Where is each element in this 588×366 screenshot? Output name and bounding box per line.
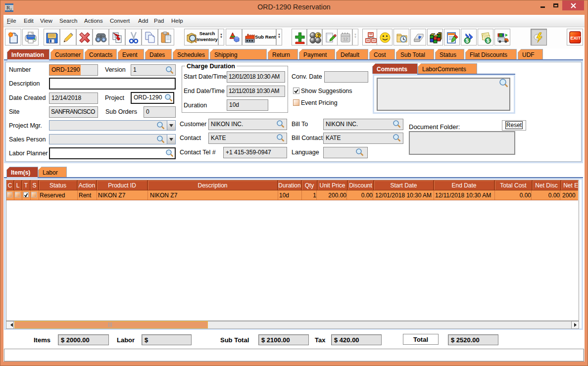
svg-text:$: $ [466, 38, 469, 44]
svg-text:?: ? [317, 33, 320, 39]
svg-text:12: 12 [343, 37, 348, 42]
svg-text:EXIT: EXIT [570, 35, 581, 41]
svg-text:$: $ [487, 38, 490, 44]
